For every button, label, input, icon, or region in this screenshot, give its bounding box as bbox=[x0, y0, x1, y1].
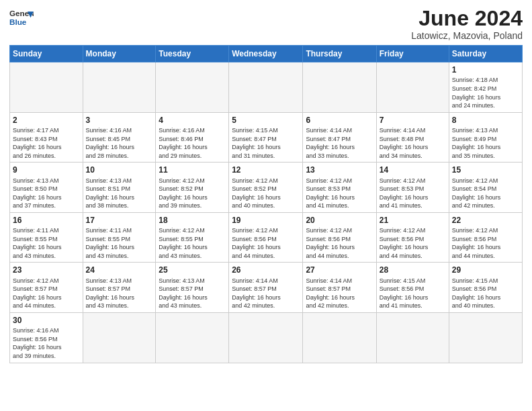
header: General Blue June 2024 Latowicz, Mazovia… bbox=[9, 7, 523, 41]
calendar-cell: 7Sunrise: 4:14 AM Sunset: 8:48 PM Daylig… bbox=[376, 112, 449, 163]
day-info: Sunrise: 4:13 AM Sunset: 8:57 PM Dayligh… bbox=[86, 277, 153, 310]
calendar-cell: 26Sunrise: 4:14 AM Sunset: 8:57 PM Dayli… bbox=[229, 263, 303, 313]
day-number: 24 bbox=[86, 265, 153, 275]
calendar-cell: 15Sunrise: 4:12 AM Sunset: 8:54 PM Dayli… bbox=[449, 163, 522, 213]
day-number: 15 bbox=[452, 165, 519, 175]
day-number: 8 bbox=[452, 115, 519, 126]
day-number: 6 bbox=[306, 115, 373, 126]
location-subtitle: Latowicz, Mazovia, Poland bbox=[411, 30, 523, 41]
calendar-cell bbox=[449, 313, 522, 363]
day-info: Sunrise: 4:12 AM Sunset: 8:56 PM Dayligh… bbox=[380, 226, 446, 260]
day-number: 18 bbox=[159, 215, 226, 226]
day-info: Sunrise: 4:13 AM Sunset: 8:57 PM Dayligh… bbox=[159, 277, 226, 310]
calendar-cell: 22Sunrise: 4:12 AM Sunset: 8:56 PM Dayli… bbox=[449, 212, 522, 263]
day-number: 19 bbox=[232, 215, 300, 226]
day-number: 30 bbox=[13, 315, 80, 326]
week-row-4: 16Sunrise: 4:11 AM Sunset: 8:55 PM Dayli… bbox=[10, 212, 523, 263]
calendar-cell: 14Sunrise: 4:12 AM Sunset: 8:53 PM Dayli… bbox=[376, 163, 449, 213]
calendar-table: SundayMondayTuesdayWednesdayThursdayFrid… bbox=[9, 45, 523, 363]
calendar-cell: 29Sunrise: 4:15 AM Sunset: 8:56 PM Dayli… bbox=[449, 263, 522, 313]
calendar-cell bbox=[376, 313, 449, 363]
day-number: 1 bbox=[452, 64, 519, 75]
day-number: 28 bbox=[380, 265, 446, 275]
day-number: 5 bbox=[232, 115, 300, 126]
day-info: Sunrise: 4:14 AM Sunset: 8:57 PM Dayligh… bbox=[232, 277, 300, 310]
calendar-cell: 30Sunrise: 4:16 AM Sunset: 8:56 PM Dayli… bbox=[10, 313, 83, 363]
day-number: 3 bbox=[86, 115, 153, 126]
day-number: 13 bbox=[306, 165, 373, 175]
day-number: 14 bbox=[380, 165, 446, 175]
calendar-cell: 23Sunrise: 4:12 AM Sunset: 8:57 PM Dayli… bbox=[10, 263, 83, 313]
calendar-cell bbox=[229, 62, 303, 113]
day-number: 11 bbox=[159, 165, 226, 175]
day-number: 29 bbox=[452, 265, 519, 275]
calendar-cell bbox=[303, 62, 376, 113]
day-number: 17 bbox=[86, 215, 153, 226]
day-number: 2 bbox=[13, 115, 80, 126]
day-number: 23 bbox=[13, 265, 80, 275]
day-number: 12 bbox=[232, 165, 300, 175]
day-info: Sunrise: 4:14 AM Sunset: 8:48 PM Dayligh… bbox=[380, 126, 446, 160]
weekday-header-saturday: Saturday bbox=[449, 46, 522, 62]
day-info: Sunrise: 4:13 AM Sunset: 8:49 PM Dayligh… bbox=[452, 126, 519, 160]
day-number: 27 bbox=[306, 265, 373, 275]
calendar-cell: 13Sunrise: 4:12 AM Sunset: 8:53 PM Dayli… bbox=[303, 163, 376, 213]
weekday-header-row: SundayMondayTuesdayWednesdayThursdayFrid… bbox=[10, 46, 523, 62]
calendar-cell: 5Sunrise: 4:15 AM Sunset: 8:47 PM Daylig… bbox=[229, 112, 303, 163]
day-info: Sunrise: 4:15 AM Sunset: 8:56 PM Dayligh… bbox=[452, 277, 519, 310]
day-info: Sunrise: 4:15 AM Sunset: 8:47 PM Dayligh… bbox=[232, 126, 300, 160]
day-info: Sunrise: 4:12 AM Sunset: 8:57 PM Dayligh… bbox=[13, 277, 80, 310]
week-row-2: 2Sunrise: 4:17 AM Sunset: 8:43 PM Daylig… bbox=[10, 112, 523, 163]
day-info: Sunrise: 4:16 AM Sunset: 8:56 PM Dayligh… bbox=[13, 326, 80, 360]
calendar-cell: 1Sunrise: 4:18 AM Sunset: 8:42 PM Daylig… bbox=[449, 62, 522, 113]
calendar-cell: 12Sunrise: 4:12 AM Sunset: 8:52 PM Dayli… bbox=[229, 163, 303, 213]
day-info: Sunrise: 4:14 AM Sunset: 8:47 PM Dayligh… bbox=[306, 126, 373, 160]
day-info: Sunrise: 4:11 AM Sunset: 8:55 PM Dayligh… bbox=[13, 226, 80, 260]
calendar-cell: 27Sunrise: 4:14 AM Sunset: 8:57 PM Dayli… bbox=[303, 263, 376, 313]
day-number: 22 bbox=[452, 215, 519, 226]
calendar-cell bbox=[83, 62, 156, 113]
day-info: Sunrise: 4:15 AM Sunset: 8:56 PM Dayligh… bbox=[380, 277, 446, 310]
svg-text:Blue: Blue bbox=[9, 17, 27, 26]
day-number: 21 bbox=[380, 215, 446, 226]
day-info: Sunrise: 4:12 AM Sunset: 8:55 PM Dayligh… bbox=[159, 226, 226, 260]
title-block: June 2024 Latowicz, Mazovia, Poland bbox=[411, 7, 523, 41]
day-info: Sunrise: 4:12 AM Sunset: 8:52 PM Dayligh… bbox=[159, 177, 226, 210]
calendar-cell bbox=[10, 62, 83, 113]
calendar-cell: 21Sunrise: 4:12 AM Sunset: 8:56 PM Dayli… bbox=[376, 212, 449, 263]
calendar-cell bbox=[303, 313, 376, 363]
day-info: Sunrise: 4:14 AM Sunset: 8:57 PM Dayligh… bbox=[306, 277, 373, 310]
day-info: Sunrise: 4:17 AM Sunset: 8:43 PM Dayligh… bbox=[13, 126, 80, 160]
calendar-cell: 2Sunrise: 4:17 AM Sunset: 8:43 PM Daylig… bbox=[10, 112, 83, 163]
day-info: Sunrise: 4:12 AM Sunset: 8:53 PM Dayligh… bbox=[380, 177, 446, 210]
day-info: Sunrise: 4:18 AM Sunset: 8:42 PM Dayligh… bbox=[452, 76, 519, 109]
calendar-cell bbox=[229, 313, 303, 363]
day-number: 9 bbox=[13, 165, 80, 175]
calendar-cell: 19Sunrise: 4:12 AM Sunset: 8:56 PM Dayli… bbox=[229, 212, 303, 263]
day-info: Sunrise: 4:13 AM Sunset: 8:50 PM Dayligh… bbox=[13, 177, 80, 210]
calendar-cell: 4Sunrise: 4:16 AM Sunset: 8:46 PM Daylig… bbox=[156, 112, 229, 163]
day-number: 20 bbox=[306, 215, 373, 226]
day-info: Sunrise: 4:12 AM Sunset: 8:56 PM Dayligh… bbox=[306, 226, 373, 260]
day-info: Sunrise: 4:16 AM Sunset: 8:46 PM Dayligh… bbox=[159, 126, 226, 160]
calendar-cell: 9Sunrise: 4:13 AM Sunset: 8:50 PM Daylig… bbox=[10, 163, 83, 213]
page: General Blue June 2024 Latowicz, Mazovia… bbox=[0, 0, 532, 370]
day-number: 25 bbox=[159, 265, 226, 275]
calendar-cell: 17Sunrise: 4:11 AM Sunset: 8:55 PM Dayli… bbox=[83, 212, 156, 263]
calendar-cell: 28Sunrise: 4:15 AM Sunset: 8:56 PM Dayli… bbox=[376, 263, 449, 313]
calendar-cell: 3Sunrise: 4:16 AM Sunset: 8:45 PM Daylig… bbox=[83, 112, 156, 163]
calendar-cell bbox=[156, 313, 229, 363]
week-row-1: 1Sunrise: 4:18 AM Sunset: 8:42 PM Daylig… bbox=[10, 62, 523, 113]
day-info: Sunrise: 4:11 AM Sunset: 8:55 PM Dayligh… bbox=[86, 226, 153, 260]
day-info: Sunrise: 4:12 AM Sunset: 8:52 PM Dayligh… bbox=[232, 177, 300, 210]
day-info: Sunrise: 4:12 AM Sunset: 8:53 PM Dayligh… bbox=[306, 177, 373, 210]
day-info: Sunrise: 4:13 AM Sunset: 8:51 PM Dayligh… bbox=[86, 177, 153, 210]
weekday-header-wednesday: Wednesday bbox=[229, 46, 303, 62]
week-row-5: 23Sunrise: 4:12 AM Sunset: 8:57 PM Dayli… bbox=[10, 263, 523, 313]
weekday-header-thursday: Thursday bbox=[303, 46, 376, 62]
day-number: 16 bbox=[13, 215, 80, 226]
calendar-cell: 10Sunrise: 4:13 AM Sunset: 8:51 PM Dayli… bbox=[83, 163, 156, 213]
calendar-cell: 6Sunrise: 4:14 AM Sunset: 8:47 PM Daylig… bbox=[303, 112, 376, 163]
calendar-cell bbox=[376, 62, 449, 113]
day-info: Sunrise: 4:12 AM Sunset: 8:56 PM Dayligh… bbox=[452, 226, 519, 260]
